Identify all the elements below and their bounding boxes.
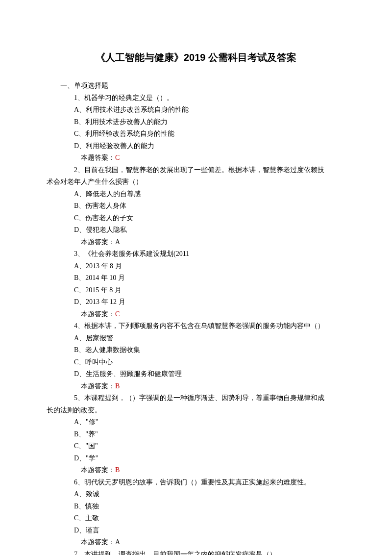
answer-label: 本题答案：: [81, 238, 115, 246]
question-stem: 5、本课程提到，（）字强调的是一种循序渐进、因势利导，尊重事物自身规律和成: [47, 392, 345, 404]
answer-label: 本题答案：: [81, 538, 115, 546]
answer-value: A: [115, 238, 120, 246]
question-option: C、利用经验改善系统自身的性能: [47, 128, 345, 140]
answer-label: 本题答案：: [81, 154, 115, 161]
answer-line: 本题答案：B: [47, 464, 345, 477]
question-option: A、"修": [47, 416, 345, 429]
answer-value: C: [115, 154, 120, 161]
question-stem: 7、本讲提到，调查指出，目前我国一年之内的抑郁症发病率是（）。: [47, 549, 345, 555]
document-title: 《人工智能与健康》2019 公需科目考试及答案: [47, 49, 345, 66]
question-option: C、主敬: [47, 512, 345, 525]
answer-value: C: [115, 310, 120, 318]
question-option: D、生活服务、照顾服务和健康管理: [47, 368, 345, 380]
question-stem: 1、机器学习的经典定义是（）。: [47, 92, 345, 104]
answer-line: 本题答案：C: [47, 152, 345, 164]
question-option: B、慎独: [47, 501, 345, 513]
answer-line: 本题答案：A: [47, 236, 345, 249]
question-stem-continue: 长的法则的改变。: [47, 404, 345, 417]
question-stem: 6、明代状元罗明恩的故事，告诉我们（）重要性及其真正实施起来的难度性。: [47, 477, 345, 489]
section-header: 一、单项选择题: [47, 80, 345, 92]
question-option: D、2013 年 12 月: [47, 296, 345, 308]
question-stem-continue: 术会对老年人产生什么损害（）: [47, 176, 345, 188]
question-option: D、谨言: [47, 525, 345, 537]
question-option: A、致诚: [47, 488, 345, 501]
answer-value: B: [115, 382, 120, 390]
question-option: B、利用技术进步改善人的能力: [47, 116, 345, 128]
answer-label: 本题答案：: [81, 466, 115, 474]
question-option: A、降低老人的自尊感: [47, 188, 345, 201]
answer-line: 本题答案：C: [47, 308, 345, 321]
question-option: C、"国": [47, 440, 345, 453]
question-option: B、2014 年 10 月: [47, 272, 345, 284]
answer-label: 本题答案：: [81, 310, 115, 318]
question-option: A、利用技术进步改善系统自身的性能: [47, 104, 345, 116]
question-option: B、老人健康数据收集: [47, 344, 345, 356]
question-option: B、"养": [47, 429, 345, 441]
question-option: D、侵犯老人隐私: [47, 224, 345, 236]
question-option: A、居家报警: [47, 332, 345, 345]
question-option: C、伤害老人的子女: [47, 212, 345, 225]
question-option: C、2015 年 8 月: [47, 284, 345, 297]
answer-line: 本题答案：A: [47, 536, 345, 549]
question-option: A、2013 年 8 月: [47, 260, 345, 273]
question-stem: 3、《社会养老服务体系建设规划(2011: [47, 248, 345, 260]
question-option: D、"学": [47, 453, 345, 465]
question-stem: 2、目前在我国，智慧养老的发展出现了一些偏差。根据本讲，智慧养老过度依赖技: [47, 164, 345, 177]
question-stem: 4、根据本讲，下列哪项服务内容不包含在乌镇智慧养老强调的服务功能内容中（）: [47, 320, 345, 332]
answer-label: 本题答案：: [81, 382, 115, 390]
answer-value: A: [115, 538, 120, 546]
question-option: B、伤害老人身体: [47, 200, 345, 212]
question-option: D、利用经验改善人的能力: [47, 140, 345, 152]
answer-value: B: [115, 466, 120, 474]
question-option: C、呼叫中心: [47, 356, 345, 369]
answer-line: 本题答案：B: [47, 380, 345, 393]
